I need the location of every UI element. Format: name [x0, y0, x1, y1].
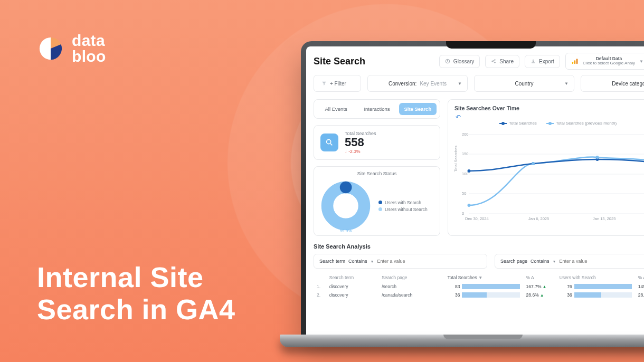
total-searches-card: Total Searches 558 ↓ -2.3% — [314, 125, 440, 160]
chevron-down-icon: ▼ — [564, 81, 569, 86]
filter-label: Search term — [319, 259, 345, 264]
metric-value: 558 — [345, 136, 376, 149]
download-icon — [531, 59, 536, 64]
donut-percent: 99.9% — [319, 228, 372, 233]
svg-point-29 — [532, 162, 535, 165]
legend-series-2: Total Searches (previous month) — [546, 121, 617, 126]
col-total[interactable]: Total Searches ▼ — [444, 273, 523, 282]
col-users[interactable]: Users with Search — [556, 273, 635, 282]
ga-property-selector[interactable]: Default Data Click to select Google Anal… — [565, 53, 644, 70]
metric-delta-value: -2.3% — [348, 149, 360, 154]
share-icon — [491, 59, 496, 64]
ytick: 50 — [462, 191, 466, 196]
ytick: 100 — [462, 172, 469, 176]
analysis-table: Search term Search page Total Searches ▼… — [314, 273, 644, 299]
donut-chart: 99.9% — [319, 179, 372, 232]
col-pct2[interactable]: % Δ — [635, 273, 644, 282]
xtick: Dec 30, 2024 — [465, 216, 489, 221]
share-label: Share — [499, 59, 514, 64]
table-row[interactable]: 2.discovery/canada/search3628.6%▲3628.6%… — [314, 291, 644, 299]
export-button[interactable]: Export — [525, 55, 560, 68]
svg-rect-9 — [574, 60, 575, 64]
funnel-icon — [321, 81, 327, 86]
laptop-mockup: Site Search Glossary Share Export — [301, 41, 644, 337]
svg-line-16 — [330, 144, 332, 145]
svg-point-4 — [495, 60, 496, 61]
svg-point-30 — [596, 156, 599, 159]
search-icon — [320, 134, 338, 151]
svg-point-5 — [495, 62, 496, 63]
ga-line2: Click to select Google Analy — [583, 61, 635, 65]
tab-site-search[interactable]: Site Search — [399, 103, 437, 115]
xtick: Jan 13, 2025 — [593, 216, 615, 221]
chevron-down-icon: ▼ — [458, 81, 462, 86]
xtick: Jan 6, 2025 — [528, 216, 549, 221]
search-page-input[interactable] — [560, 259, 644, 264]
conversion-filter[interactable]: Conversion: Key Events ▼ — [367, 75, 468, 92]
table-row[interactable]: 1.discovery/search83167.7%▲76145.2%▲ — [314, 282, 644, 291]
filter-op: Contains — [531, 259, 550, 264]
add-filter-label: + Filter — [330, 81, 346, 87]
chart-title: Site Searches Over Time — [454, 105, 644, 111]
headline-line1: Internal Site — [37, 261, 235, 293]
analysis-title: Site Search Analysis — [314, 243, 644, 250]
country-filter[interactable]: Country ▼ — [474, 75, 574, 92]
page-title: Site Search — [314, 56, 365, 67]
tab-all-events[interactable]: All Events — [317, 103, 355, 115]
headline-line2: Search in GA4 — [37, 293, 235, 325]
logo-text-line1: data — [72, 33, 106, 49]
search-term-input[interactable] — [377, 259, 482, 264]
ytick: 0 — [462, 211, 464, 216]
filter-label: Search page — [500, 259, 527, 264]
svg-line-7 — [493, 61, 495, 62]
col-page[interactable]: Search page — [378, 273, 444, 282]
col-pct1[interactable]: % Δ — [523, 273, 556, 282]
event-tabs: All Events Interactions Site Search — [314, 99, 440, 119]
logo-text-line2: bloo — [72, 49, 106, 64]
svg-point-28 — [468, 204, 471, 207]
metric-delta: ↓ -2.3% — [345, 149, 376, 154]
search-page-filter[interactable]: Search page Contains ▼ — [495, 254, 644, 269]
chevron-down-icon: ▼ — [553, 260, 556, 263]
svg-rect-8 — [572, 62, 573, 64]
svg-line-6 — [493, 60, 495, 61]
add-filter-button[interactable]: + Filter — [314, 75, 361, 92]
svg-point-15 — [327, 140, 331, 144]
site-search-status-card: Site Search Status 99.9% — [314, 166, 440, 236]
tab-interactions[interactable]: Interactions — [358, 103, 395, 115]
svg-rect-10 — [576, 59, 577, 64]
databloo-logo: data bloo — [37, 33, 106, 64]
laptop-notch — [446, 41, 536, 49]
line-chart: Total Searches — [454, 127, 644, 222]
undo-icon[interactable]: ↶ — [456, 113, 644, 121]
info-icon — [445, 59, 450, 64]
y-axis-label: Total Searches — [453, 146, 458, 172]
glossary-button[interactable]: Glossary — [439, 55, 480, 68]
legend-users-with-search: Users with Search — [378, 200, 428, 205]
ytick: 200 — [462, 132, 469, 137]
device-filter[interactable]: Device category ▼ — [581, 75, 644, 92]
arrow-down-icon: ↓ — [345, 149, 347, 154]
device-filter-label: Device category — [612, 81, 644, 87]
ga-logo-icon — [571, 58, 579, 65]
legend-series-1: Total Searches — [499, 121, 537, 126]
conversion-filter-value: Key Events — [420, 81, 447, 87]
conversion-filter-key: Conversion: — [389, 81, 416, 87]
svg-point-2 — [447, 60, 448, 61]
search-term-filter[interactable]: Search term Contains ▼ — [314, 254, 487, 269]
searches-over-time-card: Site Searches Over Time ↶ Total Searches… — [448, 99, 644, 236]
col-term[interactable]: Search term — [326, 273, 378, 282]
legend-users-without-search: Users without Search — [378, 207, 428, 212]
share-button[interactable]: Share — [485, 55, 519, 68]
glossary-label: Glossary — [453, 59, 474, 64]
svg-point-3 — [492, 61, 493, 62]
chevron-down-icon: ▼ — [639, 59, 643, 64]
laptop-base — [280, 335, 644, 347]
col-idx — [314, 273, 326, 282]
export-label: Export — [539, 59, 554, 64]
filter-op: Contains — [348, 259, 367, 264]
chevron-down-icon: ▼ — [371, 260, 374, 263]
country-filter-label: Country — [515, 81, 533, 87]
donut-title: Site Search Status — [319, 171, 434, 176]
ytick: 150 — [462, 151, 469, 156]
